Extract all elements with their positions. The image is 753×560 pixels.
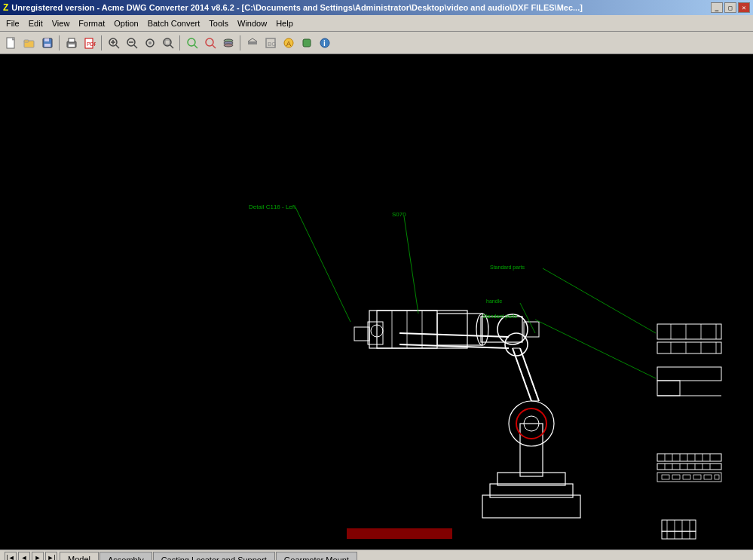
svg-rect-8 (69, 44, 75, 47)
menu-tools[interactable]: Tools (204, 17, 233, 29)
tab-casting-locator[interactable]: Casting Locator and Support (153, 552, 275, 560)
tool4-button[interactable] (298, 35, 315, 51)
svg-point-25 (206, 38, 213, 46)
menu-bar: File Edit View Format Option Batch Conve… (0, 15, 753, 32)
zoom-fit-button[interactable] (184, 35, 200, 51)
separator-2 (101, 35, 103, 50)
tab-model[interactable]: Model (60, 552, 99, 560)
menu-window[interactable]: Window (233, 17, 271, 29)
main-canvas[interactable]: Detail C116 - Left S070 Standard parts h… (0, 54, 753, 549)
menu-edit[interactable]: Edit (24, 17, 47, 29)
tab-scroll-last[interactable]: ►| (45, 552, 57, 560)
svg-text:A: A (286, 40, 291, 47)
svg-text:Detail C116 - Left: Detail C116 - Left (249, 203, 296, 210)
tabs-row: |◄ ◄ ► ►| Model Assembly Casting Locator… (0, 550, 753, 560)
tab-scroll-first[interactable]: |◄ (5, 552, 17, 560)
menu-view[interactable]: View (47, 17, 75, 29)
svg-line-16 (134, 45, 137, 48)
tab-scroll-prev[interactable]: ◄ (18, 552, 30, 560)
separator-3 (179, 35, 181, 50)
menu-help[interactable]: Help (271, 17, 298, 29)
svg-text:BG: BG (268, 41, 277, 47)
svg-text:handle: handle (486, 298, 502, 304)
tool1-button[interactable] (244, 35, 261, 51)
zoom-window-button[interactable] (160, 35, 176, 51)
open-button[interactable] (21, 35, 38, 51)
svg-rect-7 (69, 38, 75, 42)
svg-text:i: i (323, 39, 326, 47)
save-button[interactable] (39, 35, 56, 51)
cad-drawing: Detail C116 - Left S070 Standard parts h… (0, 54, 753, 549)
svg-rect-5 (44, 44, 51, 47)
svg-rect-30 (248, 41, 257, 44)
tab-assembly[interactable]: Assembly (99, 552, 152, 560)
title-bar-left: Z Unregistered version - Acme DWG Conver… (3, 2, 583, 13)
title-bar-controls[interactable]: _ □ ✕ (711, 2, 750, 13)
svg-line-12 (116, 45, 119, 48)
bottom-bar: |◄ ◄ ► ►| Model Assembly Casting Locator… (0, 549, 753, 560)
close-button[interactable]: ✕ (738, 2, 750, 13)
zoom-extents-button[interactable] (202, 35, 219, 51)
svg-point-29 (224, 44, 233, 47)
menu-file[interactable]: File (2, 17, 24, 29)
svg-text:PDF: PDF (87, 41, 96, 47)
tool3-button[interactable]: A (280, 35, 297, 51)
minimize-button[interactable]: _ (711, 2, 723, 13)
svg-rect-38 (0, 54, 753, 549)
maximize-button[interactable]: □ (724, 2, 736, 13)
toolbar: PDF BG A i (0, 32, 753, 54)
svg-text:Standard parts: Standard parts (490, 265, 525, 271)
info-button[interactable]: i (317, 35, 333, 51)
tab-scroll-next[interactable]: ► (32, 552, 44, 560)
layer-button[interactable] (220, 35, 237, 51)
svg-point-23 (188, 38, 195, 46)
separator-1 (59, 35, 60, 50)
svg-line-24 (194, 45, 197, 48)
svg-line-21 (170, 45, 173, 48)
tabs-nav: |◄ ◄ ► ►| (3, 550, 59, 560)
svg-rect-22 (165, 40, 170, 44)
menu-batch-convert[interactable]: Batch Convert (143, 17, 205, 29)
new-button[interactable] (3, 35, 20, 51)
svg-text:Standard parts: Standard parts (482, 314, 517, 320)
svg-line-26 (213, 45, 216, 48)
tool2-button[interactable]: BG (262, 35, 279, 51)
zoom-out-button[interactable] (124, 35, 140, 51)
progress-bar (347, 528, 452, 539)
svg-point-19 (148, 41, 152, 44)
menu-option[interactable]: Option (109, 17, 142, 29)
app-icon: Z (3, 2, 8, 13)
separator-4 (240, 35, 241, 50)
svg-rect-4 (44, 38, 49, 41)
tab-gearmotor-mount[interactable]: Gearmotor Mount (276, 552, 357, 560)
export-button[interactable]: PDF (81, 35, 98, 51)
print-button[interactable] (63, 35, 80, 51)
pan-button[interactable] (142, 35, 158, 51)
svg-rect-35 (303, 39, 311, 47)
title-bar: Z Unregistered version - Acme DWG Conver… (0, 0, 753, 15)
zoom-in-button[interactable] (106, 35, 122, 51)
title-text: Unregistered version - Acme DWG Converte… (11, 3, 583, 12)
svg-rect-2 (24, 40, 29, 42)
menu-format[interactable]: Format (74, 17, 109, 29)
